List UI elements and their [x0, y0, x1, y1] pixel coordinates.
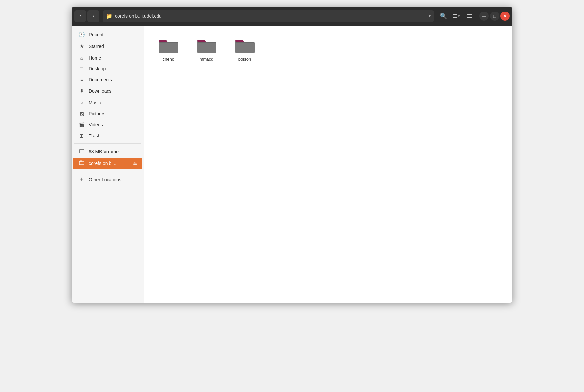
- back-icon: ‹: [79, 13, 81, 19]
- sidebar-item-documents[interactable]: ≡ Documents: [73, 74, 142, 85]
- folder-item-polson[interactable]: polson: [228, 34, 261, 65]
- maximize-button[interactable]: □: [490, 12, 499, 21]
- sidebar-item-trash[interactable]: 🗑 Trash: [73, 130, 142, 141]
- titlebar: ‹ › 📁 corefs on b...i.udel.edu ▾ 🔍: [72, 7, 512, 26]
- close-icon: ✕: [503, 14, 507, 19]
- hamburger-icon: [467, 14, 472, 18]
- desktop-icon: ☐: [78, 66, 85, 71]
- location-bar[interactable]: 📁 corefs on b...i.udel.edu ▾: [103, 10, 434, 22]
- search-button[interactable]: 🔍: [437, 10, 449, 22]
- window-controls: — □ ✕: [479, 12, 510, 21]
- documents-icon: ≡: [78, 77, 85, 82]
- folder-item-chenc[interactable]: chenc: [152, 34, 185, 65]
- sidebar-label-music: Music: [89, 100, 137, 105]
- sidebar-item-desktop[interactable]: ☐ Desktop: [73, 63, 142, 74]
- sidebar-item-videos[interactable]: 🎬 Videos: [73, 119, 142, 130]
- back-button[interactable]: ‹: [74, 10, 86, 22]
- music-icon: ♪: [78, 100, 85, 106]
- folder-label-polson: polson: [238, 57, 251, 61]
- sidebar-item-pictures[interactable]: 🖼 Pictures: [73, 109, 142, 119]
- sidebar-label-documents: Documents: [89, 77, 137, 82]
- sidebar-label-recent: Recent: [89, 32, 137, 37]
- forward-button[interactable]: ›: [87, 10, 99, 22]
- videos-icon: 🎬: [78, 122, 85, 127]
- sidebar-item-downloads[interactable]: ⬇ Downloads: [73, 85, 142, 97]
- sidebar-label-68mb: 68 MB Volume: [89, 149, 137, 154]
- folder-item-mmacd[interactable]: mmacd: [190, 34, 223, 65]
- folder-grid: chenc mmacd: [152, 34, 504, 65]
- close-button[interactable]: ✕: [500, 12, 510, 21]
- home-icon: ⌂: [78, 55, 85, 61]
- sidebar-label-pictures: Pictures: [89, 111, 137, 116]
- sidebar: 🕐 Recent ★ Starred ⌂ Home ☐ Desktop ≡ Do…: [72, 26, 144, 303]
- star-icon: ★: [78, 43, 85, 49]
- minimize-icon: —: [482, 14, 486, 19]
- eject-icon[interactable]: ⏏: [133, 161, 137, 166]
- file-manager-window: ‹ › 📁 corefs on b...i.udel.edu ▾ 🔍: [72, 7, 512, 303]
- minimize-button[interactable]: —: [479, 12, 489, 21]
- recent-icon: 🕐: [78, 31, 85, 37]
- folder-icon-mmacd: [196, 37, 217, 54]
- sidebar-label-downloads: Downloads: [89, 88, 137, 94]
- sidebar-label-home: Home: [89, 55, 137, 61]
- folder-label-chenc: chenc: [163, 57, 174, 61]
- titlebar-right-controls: 🔍 ▾: [437, 10, 510, 22]
- sidebar-item-recent[interactable]: 🕐 Recent: [73, 29, 142, 40]
- location-text: corefs on b...i.udel.edu: [115, 13, 426, 19]
- view-toggle-button[interactable]: ▾: [450, 10, 462, 22]
- sidebar-item-home[interactable]: ⌂ Home: [73, 52, 142, 63]
- sidebar-label-videos: Videos: [89, 122, 137, 127]
- main-content: chenc mmacd: [144, 26, 512, 303]
- sidebar-label-trash: Trash: [89, 133, 137, 138]
- sidebar-item-starred[interactable]: ★ Starred: [73, 40, 142, 52]
- forward-icon: ›: [92, 13, 94, 19]
- sidebar-item-corefs[interactable]: corefs on bi... ⏏: [73, 158, 142, 169]
- sidebar-item-other-locations[interactable]: + Other Locations: [73, 173, 142, 185]
- sidebar-item-68mb-volume[interactable]: 68 MB Volume: [73, 146, 142, 157]
- sidebar-item-music[interactable]: ♪ Music: [73, 97, 142, 108]
- downloads-icon: ⬇: [78, 88, 85, 94]
- sidebar-divider-1: [74, 143, 141, 144]
- maximize-icon: □: [493, 14, 496, 19]
- sidebar-label-starred: Starred: [89, 44, 137, 49]
- folder-label-mmacd: mmacd: [200, 57, 214, 61]
- sidebar-divider-2: [74, 171, 141, 171]
- sidebar-label-other-locations: Other Locations: [89, 177, 137, 182]
- search-icon: 🔍: [440, 12, 447, 20]
- view-list-icon: ▾: [453, 14, 460, 18]
- sidebar-label-corefs: corefs on bi...: [89, 161, 129, 166]
- folder-icon-polson: [234, 37, 255, 54]
- location-dropdown-icon: ▾: [429, 14, 431, 18]
- pictures-icon: 🖼: [78, 111, 85, 116]
- hamburger-menu-button[interactable]: [464, 10, 475, 22]
- corefs-icon: [78, 160, 85, 166]
- volume-icon: [78, 148, 85, 155]
- location-folder-icon: 📁: [106, 13, 112, 19]
- folder-icon-chenc: [158, 37, 179, 54]
- other-locations-icon: +: [78, 176, 85, 183]
- sidebar-label-desktop: Desktop: [89, 66, 137, 71]
- trash-icon: 🗑: [78, 133, 85, 139]
- window-body: 🕐 Recent ★ Starred ⌂ Home ☐ Desktop ≡ Do…: [72, 26, 512, 303]
